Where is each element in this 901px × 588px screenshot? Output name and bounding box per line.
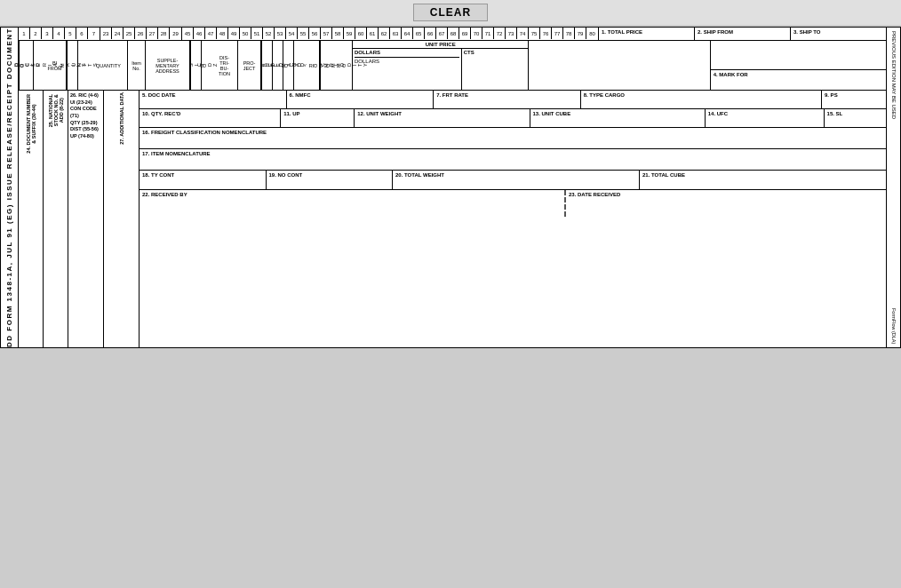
ps-cell: 9. PS: [822, 91, 886, 108]
cn54: 54: [286, 28, 298, 39]
formflow-label: FormFlow (DLA): [891, 305, 897, 347]
total-cube-cell: 21. TOTAL CUBE: [640, 171, 886, 189]
cn71: 71: [482, 28, 494, 39]
cn79: 79: [575, 28, 586, 39]
col27-label: 27. ADDITIONAL DATA: [119, 92, 124, 145]
cn47: 47: [205, 28, 217, 39]
col-demand: DEMAND<: [283, 41, 293, 90]
previous-edition-label: PREVIOUS EDITION MAY BE USED: [891, 28, 897, 123]
cn58: 58: [332, 28, 344, 39]
col-num-27: 27: [147, 28, 158, 39]
col-num-28: 28: [158, 28, 170, 39]
cn59: 59: [344, 28, 355, 39]
vert-col-24: 24. DOCUMENT NUMBER& SUFFIX (30-44): [19, 91, 44, 347]
up-cts-section: CTS: [462, 49, 529, 90]
cn75: 75: [529, 28, 540, 39]
freight-class-cell: 16. FREIGHT CLASSIFICATION NOMENCLATURE: [140, 128, 886, 148]
vert-labels-area: 24. DOCUMENT NUMBER& SUFFIX (30-44) 25. …: [19, 91, 68, 347]
row-doc-date: 5. DOC DATE 6. NMFC 7. FRT RATE 8. TYPE …: [140, 91, 886, 109]
data-columns-row: DOCID DOCSERIAL BIFROM MAILS UNITS QUANT…: [19, 41, 886, 91]
col25-label: 25. NATIONALSTOCK NO. &ADD (8-22): [48, 94, 64, 127]
unit-price-label: UNIT PRICE: [353, 41, 528, 49]
col-num-4: 4: [53, 28, 65, 39]
unit-cube-cell: 13. UNIT CUBE: [530, 109, 706, 127]
item-nom-cell: 17. ITEM NOMENCLATURE: [140, 149, 886, 170]
cn57: 57: [321, 28, 332, 39]
cn64: 64: [402, 28, 413, 39]
right-unit-price-area: UNIT PRICE DOLLARS DOLLARS CTS: [353, 41, 886, 90]
row-qty-recd: 10. QTY. REC'D 11. UP 12. UNIT WEIGHT 13…: [140, 109, 886, 128]
col-group-23-29: 23 24 25 26 27 28 29: [100, 28, 182, 40]
mid-data-cols: ItemNo. SUPPLE-MENTARYADDRESS SIG CODZ D…: [128, 41, 353, 90]
ship-from-header: 2. SHIP FROM: [695, 28, 791, 40]
right-side-label: PREVIOUS EDITION MAY BE USED FormFlow (D…: [886, 28, 900, 347]
sl-cell: 15. SL: [825, 109, 886, 127]
col-num-3: 3: [42, 28, 53, 39]
cn67: 67: [436, 28, 448, 39]
ship-to-content: [711, 41, 886, 70]
type-cargo-cell: 8. TYPE CARGO: [581, 91, 822, 108]
cn52: 52: [263, 28, 275, 39]
cn51: 51: [251, 28, 263, 39]
col-num-29: 29: [170, 28, 181, 39]
row-item-nom: 17. ITEM NOMENCLATURE: [140, 149, 886, 171]
right-form-area: 5. DOC DATE 6. NMFC 7. FRT RATE 8. TYPE …: [140, 91, 886, 347]
col-group-1-7: 1 2 3 4 5 6 7: [19, 28, 100, 40]
cn48: 48: [217, 28, 228, 39]
col-num-1: 1: [19, 28, 30, 39]
no-cont-cell: 19. NO CONT: [267, 171, 394, 189]
ufc-cell: 14. UFC: [706, 109, 825, 127]
doc-date-cell: 5. DOC DATE: [140, 91, 287, 108]
col-suppl-addr: SUPPLE-MENTARYADDRESS: [146, 41, 190, 90]
clear-button[interactable]: CLEAR: [413, 4, 488, 21]
up-dollars-section: DOLLARS DOLLARS: [353, 49, 462, 90]
col-num-24: 24: [112, 28, 124, 39]
cn69: 69: [459, 28, 471, 39]
total-weight-cell: 20. TOTAL WEIGHT: [393, 171, 640, 189]
total-price-header: 1. TOTAL PRICE: [599, 28, 695, 40]
date-received-cell: 23. DATE RECEIVED: [566, 190, 886, 217]
col-group-45-80: 45 46 47 48 49 50 51 52 53 54 55 56 57 5…: [182, 28, 599, 40]
col-codz: CODZ: [201, 41, 211, 90]
bottom-labels-area: 26. RIC (4-6) UI (23-24) CON CODE (71) Q…: [68, 91, 140, 347]
col-item-no: ItemNo.: [128, 41, 146, 90]
ship-to-header: 3. SHIP TO: [791, 28, 886, 40]
cn66: 66: [425, 28, 436, 39]
col-num-2: 2: [30, 28, 42, 39]
cn74: 74: [517, 28, 529, 39]
cn73: 73: [506, 28, 517, 39]
top-bar: CLEAR: [0, 0, 901, 25]
mark-for-label: 4. MARK FOR: [711, 70, 886, 90]
left-data-cols: DOCID DOCSERIAL BIFROM MAILS UNITS QUANT…: [19, 41, 128, 90]
row-freight: 16. FREIGHT CLASSIFICATION NOMENCLATURE: [140, 128, 886, 149]
cn45: 45: [182, 28, 194, 39]
row-ty-cont: 18. TY CONT 19. NO CONT 20. TOTAL WEIGHT…: [140, 171, 886, 190]
up-cts-label: CTS: [464, 50, 527, 55]
col-num-25: 25: [124, 28, 135, 39]
main-body: 24. DOCUMENT NUMBER& SUFFIX (30-44) 25. …: [19, 91, 886, 347]
col-num-23: 23: [100, 28, 112, 39]
col27-area: 27. ADDITIONAL DATA: [104, 91, 139, 347]
col-project: PRO-JECT: [238, 41, 261, 90]
col-ad: AD: [293, 41, 304, 90]
col-num-5: 5: [65, 28, 76, 39]
cn62: 62: [379, 28, 390, 39]
cn50: 50: [240, 28, 251, 39]
cn60: 60: [355, 28, 367, 39]
col-num-6: 6: [76, 28, 88, 39]
unit-weight-cell: 12. UNIT WEIGHT: [355, 109, 530, 127]
nmfc-cell: 6. NMFC: [287, 91, 435, 108]
frt-rate-cell: 7. FRT RATE: [434, 91, 581, 108]
qty-recd-cell: 10. QTY. REC'D: [140, 109, 281, 127]
cn65: 65: [413, 28, 425, 39]
cn56: 56: [309, 28, 321, 39]
col26-area: 26. RIC (4-6) UI (23-24) CON CODE (71) Q…: [68, 91, 104, 347]
up-cell: 11. UP: [281, 109, 355, 127]
up-dollars-label: DOLLARS: [355, 50, 459, 55]
cn53: 53: [275, 28, 286, 39]
cn68: 68: [448, 28, 459, 39]
col-units: UNITS: [77, 41, 90, 90]
col24-label: 24. DOCUMENT NUMBER& SUFFIX (30-44): [26, 94, 36, 154]
cn78: 78: [563, 28, 575, 39]
cn70: 70: [471, 28, 482, 39]
